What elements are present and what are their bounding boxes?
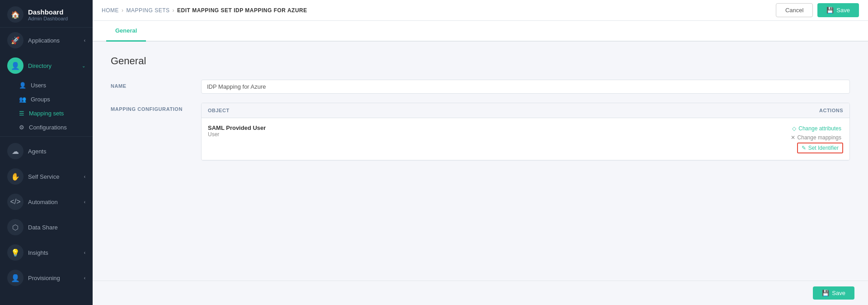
applications-icon: 🚀 <box>7 32 23 48</box>
self-service-chevron-icon: ‹ <box>84 174 85 179</box>
tabs-bar: General <box>93 21 868 42</box>
sidebar-item-self-service-label: Self Service <box>28 173 59 180</box>
mapping-row-object: SAML Provided User User <box>208 124 753 138</box>
mapping-config-label: MAPPING CONFIGURATION <box>111 103 192 112</box>
mapping-table: Object Actions SAML Provided User User ◇ <box>201 103 850 161</box>
save-icon: 💾 <box>826 7 834 14</box>
sidebar-item-configurations-label: Configurations <box>29 124 67 131</box>
sidebar-item-configurations[interactable]: ⚙ Configurations <box>0 120 93 134</box>
breadcrumb-current: EDIT MAPPING SET IDP MAPPING FOR AZURE <box>177 7 307 14</box>
sidebar: 🏠 Dashboard Admin Dashboard 🚀 Applicatio… <box>0 0 93 305</box>
name-label: NAME <box>111 80 192 89</box>
change-attributes-button[interactable]: ◇ Change attributes <box>790 124 843 133</box>
topbar-actions: Cancel 💾 Save <box>776 3 859 17</box>
self-service-icon: ✋ <box>7 168 23 185</box>
app-name: Dashboard <box>28 8 68 16</box>
sidebar-item-insights[interactable]: 💡 Insights ‹ <box>0 240 93 265</box>
mapping-config-row: MAPPING CONFIGURATION Object Actions SAM… <box>111 103 850 161</box>
change-attributes-label: Change attributes <box>798 125 841 132</box>
save-bottom-label: Save <box>832 290 845 296</box>
breadcrumb-sep-2: › <box>173 7 175 14</box>
sidebar-item-mapping-sets[interactable]: ☰ Mapping sets <box>0 106 93 120</box>
breadcrumb-mapping-sets[interactable]: MAPPING SETS <box>127 7 170 14</box>
sidebar-item-data-share-label: Data Share <box>28 224 58 231</box>
cancel-button[interactable]: Cancel <box>776 3 813 17</box>
set-identifier-button[interactable]: ✎ Set Identifier <box>797 143 843 153</box>
sidebar-item-data-share[interactable]: ⬡ Data Share <box>0 214 93 240</box>
change-mappings-button[interactable]: ✕ Change mappings <box>789 133 843 142</box>
chevron-icon: ‹ <box>84 38 85 43</box>
object-subtitle: User <box>208 131 753 138</box>
sidebar-item-provisioning[interactable]: 👤 Provisioning ‹ <box>0 265 93 291</box>
tab-general-label: General <box>115 27 137 34</box>
mapping-table-body: SAML Provided User User ◇ Change attribu… <box>202 118 849 160</box>
insights-chevron-icon: ‹ <box>84 250 85 255</box>
groups-icon: 👥 <box>19 96 26 103</box>
directory-icon: 👤 <box>7 57 23 74</box>
sidebar-item-groups-label: Groups <box>31 96 50 103</box>
data-share-icon: ⬡ <box>7 219 23 235</box>
sidebar-item-automation[interactable]: </> Automation ‹ <box>0 189 93 214</box>
change-mappings-label: Change mappings <box>798 134 841 141</box>
sidebar-item-agents[interactable]: ☁ Agents <box>0 138 93 164</box>
provisioning-icon: 👤 <box>7 270 23 286</box>
table-row: SAML Provided User User ◇ Change attribu… <box>202 118 849 160</box>
sidebar-header: 🏠 Dashboard Admin Dashboard <box>0 0 93 28</box>
agents-icon: ☁ <box>7 143 23 159</box>
name-input[interactable] <box>201 80 850 94</box>
provisioning-chevron-icon: ‹ <box>84 276 85 281</box>
diamond-icon: ◇ <box>792 125 796 132</box>
sidebar-item-directory[interactable]: 👤 Directory ⌄ <box>0 53 93 78</box>
automation-chevron-icon: ‹ <box>84 200 85 205</box>
form-area: General NAME MAPPING CONFIGURATION Objec… <box>93 42 868 281</box>
sidebar-item-applications-label: Applications <box>28 37 60 44</box>
sidebar-item-automation-label: Automation <box>28 199 58 205</box>
save-button-bottom[interactable]: 💾 Save <box>813 286 854 300</box>
sidebar-item-applications[interactable]: 🚀 Applications ‹ <box>0 28 93 53</box>
save-bottom-icon: 💾 <box>822 290 829 296</box>
sidebar-item-mapping-sets-label: Mapping sets <box>29 110 64 117</box>
dashboard-icon: 🏠 <box>7 6 23 23</box>
mapping-table-header: Object Actions <box>202 103 849 118</box>
object-title: SAML Provided User <box>208 124 753 131</box>
pen-icon: ✎ <box>802 145 806 151</box>
breadcrumb-home[interactable]: HOME <box>102 7 119 14</box>
app-sub: Admin Dashboard <box>28 16 68 21</box>
sidebar-item-provisioning-label: Provisioning <box>28 275 60 281</box>
sidebar-item-groups[interactable]: 👥 Groups <box>0 92 93 106</box>
col-actions-header: Actions <box>753 108 843 113</box>
bottom-bar: 💾 Save <box>93 281 868 305</box>
form-title: General <box>111 55 850 67</box>
breadcrumb-sep-1: › <box>122 7 124 14</box>
automation-icon: </> <box>7 194 23 210</box>
breadcrumb: HOME › MAPPING SETS › EDIT MAPPING SET I… <box>102 7 307 14</box>
x-icon: ✕ <box>791 134 795 141</box>
main-content: HOME › MAPPING SETS › EDIT MAPPING SET I… <box>93 0 868 305</box>
form-content: General NAME MAPPING CONFIGURATION Objec… <box>93 42 868 305</box>
users-icon: 👤 <box>19 82 26 89</box>
mapping-sets-icon: ☰ <box>19 110 24 117</box>
topbar: HOME › MAPPING SETS › EDIT MAPPING SET I… <box>93 0 868 21</box>
sidebar-item-directory-label: Directory <box>28 62 52 69</box>
col-object-header: Object <box>208 108 753 113</box>
sidebar-item-agents-label: Agents <box>28 148 46 155</box>
mapping-row-actions: ◇ Change attributes ✕ Change mappings ✎ … <box>753 124 843 153</box>
configurations-icon: ⚙ <box>19 124 24 131</box>
sidebar-item-self-service[interactable]: ✋ Self Service ‹ <box>0 164 93 189</box>
chevron-down-icon: ⌄ <box>82 63 85 68</box>
name-row: NAME <box>111 80 850 94</box>
sidebar-item-insights-label: Insights <box>28 249 48 256</box>
sidebar-item-users-label: Users <box>31 82 46 89</box>
sidebar-item-users[interactable]: 👤 Users <box>0 78 93 92</box>
insights-icon: 💡 <box>7 244 23 261</box>
tab-general[interactable]: General <box>106 21 146 42</box>
set-identifier-label: Set Identifier <box>808 145 839 151</box>
save-button-top[interactable]: 💾 Save <box>817 3 859 17</box>
save-button-label: Save <box>836 7 850 14</box>
